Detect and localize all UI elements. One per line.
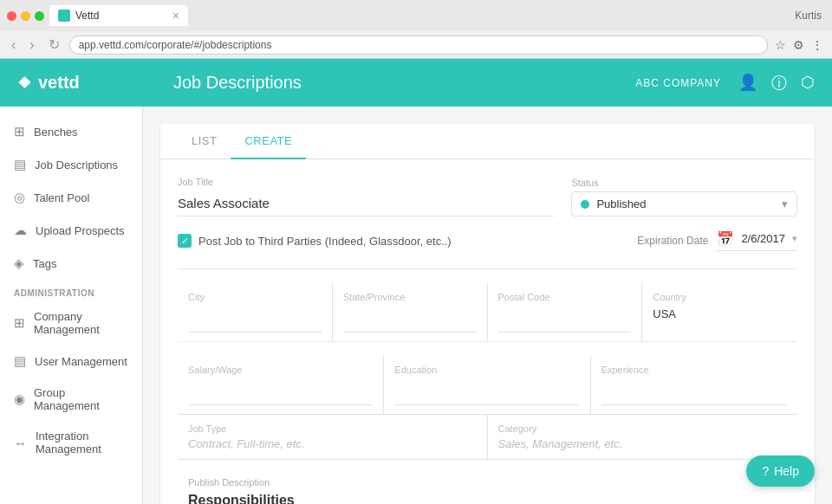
- logout-icon[interactable]: ⬡: [801, 73, 815, 94]
- refresh-button[interactable]: ↻: [44, 35, 64, 55]
- post-job-checkbox[interactable]: ✓: [178, 234, 192, 248]
- publish-title: Responsibilities: [188, 493, 787, 504]
- integration-icon: ↔: [14, 436, 27, 450]
- create-form: Job Title Status Published ▾: [160, 159, 815, 504]
- group-icon: ◉: [14, 391, 25, 407]
- divider-1: [178, 268, 797, 269]
- logo: ❖ vettd: [17, 73, 156, 93]
- status-select[interactable]: Published ▾: [571, 191, 797, 216]
- job-type-field: Job Type Contract, Full-time, etc.: [178, 415, 488, 459]
- user-icon[interactable]: 👤: [738, 73, 757, 94]
- expiration-date-value: 2/6/2017: [741, 232, 785, 245]
- education-input[interactable]: [394, 380, 579, 405]
- country-value: USA: [653, 307, 787, 320]
- job-title-group: Job Title: [178, 177, 554, 216]
- expiration-date-label: Expiration Date: [637, 235, 708, 247]
- job-type-label: Job Type: [188, 423, 477, 434]
- browser-tab[interactable]: Vettd ×: [49, 5, 188, 26]
- browser-chrome: Vettd × Kurtis ‹ › ↻ app.vettd.com/corpo…: [0, 0, 832, 59]
- tab-title: Vettd: [75, 10, 99, 22]
- sidebar-item-integration-management[interactable]: ↔ Integration Management: [0, 421, 142, 464]
- tab-close-button[interactable]: ×: [172, 9, 179, 23]
- sidebar: ⊞ Benches ▤ Job Descriptions ◎ Talent Po…: [0, 107, 143, 504]
- status-value: Published: [596, 197, 646, 210]
- content-panel: LIST CREATE Job Title Status Published: [160, 124, 815, 504]
- minimize-dot[interactable]: [21, 11, 30, 21]
- sidebar-item-group-management[interactable]: ◉ Group Management: [0, 378, 142, 421]
- salary-input[interactable]: [188, 380, 373, 405]
- sidebar-item-user-management[interactable]: ▤ User Management: [0, 345, 142, 378]
- sidebar-item-company-management[interactable]: ⊞ Company Management: [0, 301, 142, 345]
- sidebar-item-talent-pool[interactable]: ◎ Talent Pool: [0, 181, 142, 214]
- more-button[interactable]: ⋮: [809, 36, 825, 54]
- postal-label: Postal Code: [498, 292, 632, 302]
- address-bar[interactable]: app.vettd.com/corporate/#/jobdescription…: [69, 36, 768, 55]
- state-input[interactable]: [343, 307, 477, 333]
- back-button[interactable]: ‹: [7, 36, 20, 55]
- publish-section: Publish Description Responsibilities Thi…: [178, 460, 797, 504]
- city-input[interactable]: [188, 307, 322, 333]
- sidebar-item-label: Benches: [34, 126, 78, 139]
- help-label: Help: [774, 464, 799, 478]
- info-icon[interactable]: ⓘ: [771, 73, 787, 94]
- bookmark-button[interactable]: ☆: [773, 36, 788, 54]
- tabs: LIST CREATE: [160, 124, 815, 159]
- calendar-icon: 📅: [717, 230, 734, 247]
- browser-titlebar: Vettd × Kurtis: [0, 0, 832, 31]
- sidebar-item-upload-prospects[interactable]: ☁ Upload Prospects: [0, 214, 142, 247]
- user-label: Kurtis: [795, 10, 825, 22]
- help-button[interactable]: ? Help: [746, 456, 815, 487]
- address-text: app.vettd.com/corporate/#/jobdescription…: [79, 39, 272, 51]
- job-title-label: Job Title: [178, 177, 554, 187]
- category-placeholder: Sales, Management, etc.: [498, 437, 788, 450]
- sidebar-item-tags[interactable]: ◈ Tags: [0, 247, 142, 280]
- forward-button[interactable]: ›: [25, 36, 38, 55]
- company-name: ABC COMPANY: [635, 77, 721, 89]
- tags-icon: ◈: [14, 255, 24, 271]
- postal-input[interactable]: [498, 307, 632, 333]
- experience-label: Experience: [601, 365, 787, 375]
- talent-pool-icon: ◎: [14, 190, 25, 205]
- salary-education-experience-row: Salary/Wage Education Experience: [178, 356, 797, 415]
- sidebar-item-label: Integration Management: [36, 430, 128, 456]
- job-title-input[interactable]: [178, 191, 554, 216]
- header-icons: 👤 ⓘ ⬡: [738, 73, 815, 94]
- category-field: Category Sales, Management, etc.: [488, 415, 798, 459]
- logo-text: vettd: [38, 73, 80, 93]
- publish-section-label: Publish Description: [188, 477, 787, 488]
- extensions-button[interactable]: ⚙: [791, 36, 806, 54]
- sidebar-item-label: Tags: [33, 257, 56, 270]
- experience-input[interactable]: [601, 380, 787, 405]
- salary-field: Salary/Wage: [178, 356, 384, 414]
- expiration-date-field[interactable]: 📅 2/6/2017 ▾: [717, 230, 797, 251]
- job-type-placeholder: Contract, Full-time, etc.: [188, 437, 477, 450]
- salary-label: Salary/Wage: [188, 365, 373, 375]
- app-body: ⊞ Benches ▤ Job Descriptions ◎ Talent Po…: [0, 107, 832, 504]
- browser-actions: ☆ ⚙ ⋮: [773, 36, 825, 54]
- job-descriptions-icon: ▤: [14, 157, 26, 172]
- close-dot[interactable]: [7, 11, 16, 21]
- state-label: State/Province: [343, 292, 477, 302]
- expiration-group: Expiration Date 📅 2/6/2017 ▾: [637, 230, 797, 251]
- sidebar-item-label: Upload Prospects: [36, 224, 125, 237]
- post-job-checkbox-container: ✓ Post Job to Third Parties (Indeed, Gla…: [178, 234, 452, 248]
- status-dot: [581, 200, 589, 209]
- date-dropdown-icon: ▾: [792, 233, 797, 244]
- tab-create[interactable]: CREATE: [231, 124, 306, 159]
- education-label: Education: [394, 365, 579, 375]
- company-icon: ⊞: [14, 315, 25, 331]
- post-job-label: Post Job to Third Parties (Indeed, Glass…: [198, 235, 452, 248]
- upload-icon: ☁: [14, 223, 27, 238]
- sidebar-item-benches[interactable]: ⊞ Benches: [0, 115, 142, 148]
- tab-favicon: [58, 10, 70, 22]
- admin-section-label: ADMINISTRATION: [0, 280, 142, 301]
- category-label: Category: [498, 423, 788, 434]
- tab-list[interactable]: LIST: [178, 124, 231, 158]
- sidebar-item-job-descriptions[interactable]: ▤ Job Descriptions: [0, 148, 142, 181]
- maximize-dot[interactable]: [35, 11, 44, 21]
- location-row: City State/Province Postal Code Country …: [178, 283, 797, 342]
- sidebar-item-label: Group Management: [34, 386, 128, 412]
- status-label: Status: [571, 178, 797, 188]
- sidebar-item-label: Talent Pool: [34, 191, 89, 204]
- sidebar-item-label: User Management: [35, 355, 127, 368]
